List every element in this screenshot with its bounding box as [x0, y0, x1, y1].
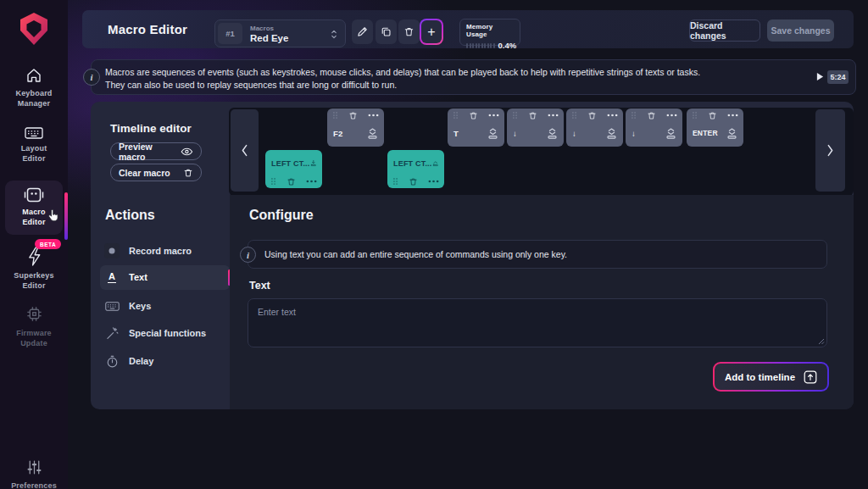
sidebar-item-macro-editor[interactable]: Macro Editor — [0, 187, 68, 227]
delete-block-icon[interactable] — [587, 111, 597, 120]
clone-macro-button[interactable] — [376, 19, 397, 44]
action-text[interactable]: A Text — [104, 267, 147, 287]
info-banner: i Macros are sequences of events (such a… — [91, 59, 856, 95]
clear-macro-button[interactable]: Clear macro — [110, 164, 202, 181]
block-key-label: ↓ — [632, 129, 636, 138]
delete-block-icon[interactable] — [469, 111, 478, 120]
banner-text-line1: Macros are sequences of events (such as … — [105, 66, 700, 79]
delete-block-icon[interactable] — [708, 111, 717, 120]
more-options-icon[interactable] — [666, 114, 677, 117]
add-to-timeline-button[interactable]: Add to timeline — [713, 362, 829, 392]
upload-icon — [804, 370, 817, 384]
delete-block-icon[interactable] — [528, 111, 537, 120]
timeline-scroll-right-button[interactable] — [815, 109, 845, 192]
key-tap-icon — [547, 128, 558, 139]
block-key-label: T — [453, 129, 459, 138]
macro-selector-value: Red Eye — [250, 33, 288, 43]
keys-icon — [104, 298, 120, 314]
block-key-label: LEFT CT... — [393, 159, 432, 168]
action-label: Record macro — [129, 246, 192, 256]
info-icon: i — [240, 247, 256, 263]
clear-macro-label: Clear macro — [119, 168, 170, 178]
memory-usage-meter — [466, 43, 495, 48]
sidebar-item-label: Keyboard — [15, 88, 52, 98]
sliders-icon — [28, 461, 40, 474]
drag-handle-icon[interactable] — [631, 111, 637, 119]
discard-changes-button[interactable]: Discard changes — [689, 19, 760, 42]
more-options-icon[interactable] — [488, 114, 499, 117]
edit-macro-button[interactable] — [352, 19, 373, 44]
beta-badge: BETA — [35, 239, 61, 249]
record-icon — [104, 243, 120, 258]
memory-usage-label: Memory Usage — [466, 23, 514, 38]
action-delay[interactable]: Delay — [104, 351, 153, 371]
drag-handle-icon[interactable] — [453, 111, 459, 119]
delete-macro-button[interactable] — [398, 19, 420, 44]
block-key-label: ENTER — [693, 129, 718, 137]
action-special-functions[interactable]: Special functions — [104, 323, 206, 343]
video-duration-badge: 5:24 — [827, 70, 849, 84]
more-options-icon[interactable] — [727, 114, 738, 117]
keyboard-icon — [25, 128, 42, 138]
robot-icon — [25, 189, 43, 202]
text-icon: A — [104, 270, 120, 285]
drag-handle-icon[interactable] — [512, 111, 518, 119]
sidebar-item-keyboard-manager[interactable]: Keyboard Manager — [0, 67, 68, 108]
key-down-icon — [310, 158, 317, 169]
more-options-icon[interactable] — [428, 180, 439, 183]
add-macro-button[interactable]: + — [420, 19, 443, 45]
key-tap-icon — [726, 128, 737, 139]
block-key-label: F2 — [333, 129, 343, 138]
chevron-right-icon — [826, 144, 834, 157]
delete-block-icon[interactable] — [348, 111, 358, 120]
drag-handle-icon[interactable] — [571, 111, 577, 119]
timeline-block-key[interactable]: ↓ — [566, 108, 623, 147]
more-options-icon[interactable] — [368, 114, 379, 117]
delete-block-icon[interactable] — [409, 177, 418, 186]
preview-macro-button[interactable]: Preview macro — [110, 142, 202, 160]
dygma-logo-icon — [19, 11, 49, 47]
timeline-block-key[interactable]: ENTER — [687, 108, 743, 147]
timeline-scroll-left-button[interactable] — [231, 109, 259, 192]
lightning-bolt-icon — [29, 247, 39, 265]
block-key-label: ↓ — [513, 129, 517, 138]
macro-editor-panel: Timeline editor Preview macro Clear macr… — [91, 102, 854, 409]
sidebar-item-preferences[interactable]: Preferences — [0, 458, 68, 489]
timeline-block-key[interactable]: F2 — [327, 108, 384, 147]
configure-info-box: i Using text you can add an entire seque… — [248, 240, 827, 269]
delete-block-icon[interactable] — [287, 177, 296, 186]
sidebar-item-layout-editor[interactable]: Layout Editor — [0, 127, 68, 164]
sidebar-item-firmware-update[interactable]: Firmware Update — [0, 304, 68, 348]
drag-handle-icon[interactable] — [392, 177, 398, 186]
macro-selector-label: Macros — [250, 25, 274, 32]
key-up-icon — [432, 158, 439, 169]
active-nav-indicator — [64, 192, 68, 240]
sidebar-item-label: Layout — [21, 143, 47, 153]
macro-index-badge: #1 — [218, 23, 242, 44]
drag-handle-icon[interactable] — [332, 111, 338, 119]
more-options-icon[interactable] — [548, 114, 559, 117]
copy-icon — [382, 28, 390, 36]
delete-block-icon[interactable] — [647, 111, 656, 120]
video-play-icon[interactable] — [816, 72, 824, 81]
macro-selector[interactable]: #1 Macros Red Eye — [214, 19, 346, 47]
timeline-block-key[interactable]: ↓ — [626, 108, 682, 147]
timeline-block-modifier-up[interactable]: LEFT CT... — [387, 150, 444, 188]
action-record-macro[interactable]: Record macro — [104, 241, 192, 261]
actions-title: Actions — [105, 208, 155, 223]
action-keys[interactable]: Keys — [104, 296, 151, 316]
timeline-block-key[interactable]: ↓ — [507, 108, 564, 147]
sidebar-item-label: Macro — [22, 207, 46, 217]
save-changes-button[interactable]: Save changes — [767, 19, 834, 42]
timeline-block-key[interactable]: T — [448, 108, 504, 147]
drag-handle-icon[interactable] — [270, 177, 276, 186]
preview-macro-label: Preview macro — [119, 142, 181, 162]
more-options-icon[interactable] — [306, 180, 317, 183]
trash-icon — [183, 168, 193, 178]
timeline-block-modifier-down[interactable]: LEFT CT... — [265, 150, 322, 188]
page-title: Macro Editor — [108, 22, 187, 36]
drag-handle-icon[interactable] — [692, 111, 698, 119]
more-options-icon[interactable] — [607, 114, 618, 117]
text-input[interactable] — [248, 298, 827, 347]
sidebar-item-superkeys-editor[interactable]: Superkeys Editor — [0, 247, 68, 291]
